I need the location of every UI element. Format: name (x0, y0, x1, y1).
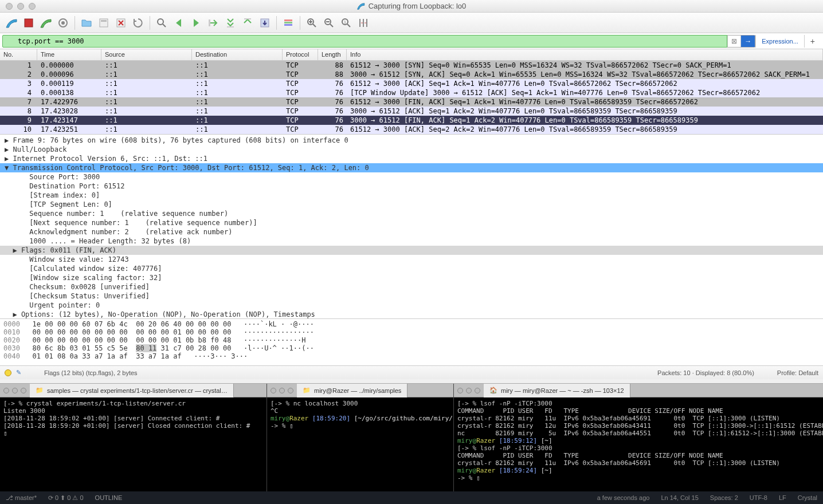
packet-row[interactable]: 20.000096::1::1TCP883000 → 61512 [SYN, A… (0, 70, 823, 79)
close-window-button[interactable] (6, 3, 13, 10)
wireshark-window: Capturing from Loopback: lo0 (0, 0, 823, 384)
detail-line[interactable]: ▼ Transmission Control Protocol, Src Por… (0, 163, 823, 172)
col-length[interactable]: Length (318, 49, 347, 60)
term2-window-controls[interactable] (267, 388, 297, 393)
go-next-icon[interactable] (190, 17, 202, 29)
svg-point-2 (61, 21, 65, 25)
packet-list[interactable]: 10.000000::1::1TCP8861512 → 3000 [SYN] S… (0, 61, 823, 134)
colorize-icon[interactable] (283, 17, 294, 29)
git-branch[interactable]: ⎇ master* (6, 494, 37, 502)
packet-bytes[interactable]: 0000 1e 00 00 00 60 07 6b 4c 00 20 06 40… (0, 318, 823, 365)
stop-capture-icon[interactable] (23, 17, 34, 29)
detail-line[interactable]: Checksum: 0x0028 [unverified] (0, 282, 823, 292)
encoding[interactable]: UTF-8 (750, 494, 767, 501)
packet-row[interactable]: 10.000000::1::1TCP8861512 → 3000 [SYN] S… (0, 61, 823, 70)
display-filter-input[interactable] (2, 35, 727, 48)
minimize-window-button[interactable] (17, 3, 24, 10)
hex-row[interactable]: 0010 00 00 00 00 00 00 00 00 00 00 00 01… (3, 328, 820, 336)
detail-line[interactable]: Destination Port: 61512 (0, 182, 823, 191)
profile-label[interactable]: Profile: Default (777, 369, 818, 376)
packet-row[interactable]: 1017.423251::1::1TCP7661512 → 3000 [ACK]… (0, 125, 823, 134)
titlebar: Capturing from Loopback: lo0 (0, 0, 823, 13)
go-to-packet-icon[interactable] (207, 17, 219, 29)
detail-line[interactable]: ▶ Flags: 0x011 (FIN, ACK) (0, 246, 823, 255)
terminal-3[interactable]: 🏠miry — miry@Razer — ~ — -zsh — 103×12 [… (454, 384, 823, 498)
term3-window-controls[interactable] (454, 388, 484, 393)
col-destination[interactable]: Destination (192, 49, 283, 60)
detail-line[interactable]: ▶ Internet Protocol Version 6, Src: ::1,… (0, 154, 823, 163)
start-capture-icon[interactable] (6, 17, 17, 29)
hex-row[interactable]: 0000 1e 00 00 00 60 07 6b 4c 00 20 06 40… (3, 320, 820, 328)
term3-tab[interactable]: 🏠miry — miry@Razer — ~ — -zsh — 103×12 (484, 384, 630, 397)
col-info[interactable]: Info (347, 49, 823, 60)
go-last-icon[interactable] (242, 17, 253, 29)
hex-row[interactable]: 0030 80 6c 8b 03 01 55 c5 5e 80 11 31 c7… (3, 344, 820, 352)
main-toolbar: 1 (0, 13, 823, 33)
zoom-in-icon[interactable] (306, 17, 318, 29)
term1-tab[interactable]: 📁samples — crystal experiments/1-tcp-lis… (30, 384, 234, 397)
zoom-out-icon[interactable] (323, 17, 335, 29)
terminal-2[interactable]: 📁miry@Razer — ../miry/samples [-> % nc l… (267, 384, 454, 498)
detail-line[interactable]: [TCP Segment Len: 0] (0, 200, 823, 209)
term1-window-controls[interactable] (0, 388, 30, 393)
apply-filter-icon[interactable]: → (740, 36, 755, 47)
restart-capture-icon[interactable] (40, 17, 52, 29)
zoom-window-button[interactable] (29, 3, 36, 10)
packet-row[interactable]: 717.422976::1::1TCP7661512 → 3000 [FIN, … (0, 97, 823, 107)
detail-line[interactable]: ▶ Options: (12 bytes), No-Operation (NOP… (0, 310, 823, 318)
cursor-position[interactable]: Ln 14, Col 15 (661, 494, 698, 501)
detail-line[interactable]: Window size value: 12743 (0, 255, 823, 264)
capture-options-icon[interactable] (57, 17, 69, 29)
add-filter-button[interactable]: + (804, 35, 821, 48)
open-file-icon[interactable] (81, 17, 92, 29)
detail-line[interactable]: [Checksum Status: Unverified] (0, 292, 823, 301)
packet-row[interactable]: 817.423028::1::1TCP763000 → 61512 [ACK] … (0, 107, 823, 116)
go-first-icon[interactable] (225, 17, 236, 29)
clear-filter-icon[interactable]: ⊠ (727, 36, 740, 47)
resize-columns-icon[interactable] (358, 17, 369, 29)
expert-info-icon[interactable] (5, 369, 11, 376)
save-file-icon[interactable] (98, 17, 109, 29)
svg-point-6 (158, 19, 163, 25)
detail-line[interactable]: 1000 .... = Header Length: 32 bytes (8) (0, 237, 823, 246)
hex-row[interactable]: 0020 00 00 00 00 00 00 00 00 00 00 00 01… (3, 336, 820, 344)
find-packet-icon[interactable] (156, 17, 167, 29)
packet-row[interactable]: 917.423147::1::1TCP763000 → 61512 [FIN, … (0, 116, 823, 125)
edit-caption-icon[interactable]: ✎ (16, 369, 21, 376)
hex-row[interactable]: 0040 01 01 08 0a 33 a7 1a af 33 a7 1a af… (3, 352, 820, 360)
col-time[interactable]: Time (37, 49, 101, 60)
term2-tab[interactable]: 📁miry@Razer — ../miry/samples (297, 384, 407, 397)
terminal-1[interactable]: 📁samples — crystal experiments/1-tcp-lis… (0, 384, 267, 498)
col-no[interactable]: No. (0, 49, 37, 60)
packet-row[interactable]: 30.000119::1::1TCP7661512 → 3000 [ACK] S… (0, 79, 823, 88)
detail-line[interactable]: Urgent pointer: 0 (0, 301, 823, 310)
reload-file-icon[interactable] (132, 17, 144, 29)
time-ago: a few seconds ago (597, 494, 650, 501)
close-file-icon[interactable] (115, 17, 127, 29)
detail-line[interactable]: ▶ Frame 9: 76 bytes on wire (608 bits), … (0, 136, 823, 145)
packet-row[interactable]: 40.000138::1::1TCP76[TCP Window Update] … (0, 88, 823, 97)
packet-details[interactable]: ▶ Frame 9: 76 bytes on wire (608 bits), … (0, 134, 823, 318)
col-protocol[interactable]: Protocol (283, 49, 318, 60)
detail-line[interactable]: ▶ Null/Loopback (0, 145, 823, 154)
eol[interactable]: LF (779, 494, 786, 501)
packet-list-header[interactable]: No. Time Source Destination Protocol Len… (0, 49, 823, 61)
detail-line[interactable]: Acknowledgment number: 2 (relative ack n… (0, 227, 823, 237)
indent-setting[interactable]: Spaces: 2 (710, 494, 738, 501)
detail-line[interactable]: [Calculated window size: 407776] (0, 264, 823, 273)
language-mode[interactable]: Crystal (798, 494, 817, 501)
zoom-reset-icon[interactable]: 1 (340, 17, 352, 29)
field-info: Flags (12 bits) (tcp.flags), 2 bytes (21, 369, 657, 376)
detail-line[interactable]: Source Port: 3000 (0, 172, 823, 182)
detail-line[interactable]: Sequence number: 1 (relative sequence nu… (0, 209, 823, 218)
git-sync[interactable]: ⟳ 0 ⬆ 0 ⚠ 0 (48, 494, 84, 502)
detail-line[interactable]: [Window size scaling factor: 32] (0, 273, 823, 282)
auto-scroll-icon[interactable] (259, 17, 271, 29)
detail-line[interactable]: [Next sequence number: 1 (relative seque… (0, 218, 823, 227)
detail-line[interactable]: [Stream index: 0] (0, 191, 823, 200)
outline-toggle[interactable]: OUTLINE (95, 494, 123, 501)
wireshark-fin-icon (357, 2, 365, 10)
expression-button[interactable]: Expression... (755, 35, 804, 48)
col-source[interactable]: Source (101, 49, 192, 60)
go-prev-icon[interactable] (173, 17, 185, 29)
